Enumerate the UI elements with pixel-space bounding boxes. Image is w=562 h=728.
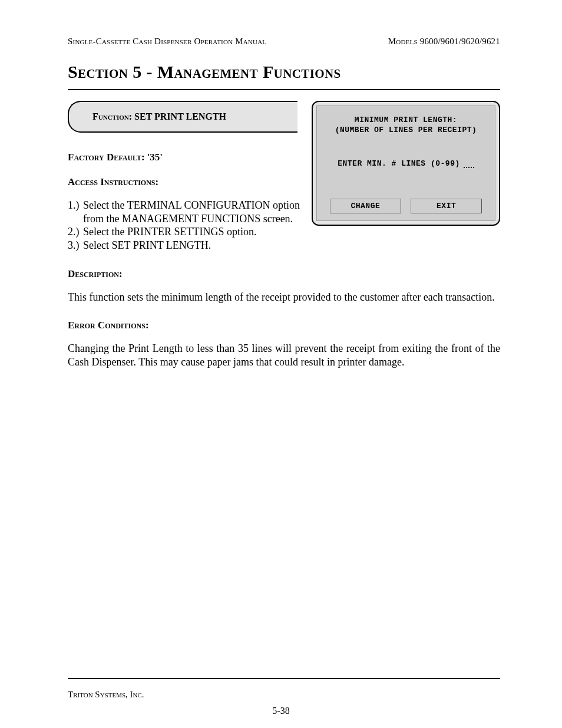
function-tab: Function: SET PRINT LENGTH xyxy=(68,101,297,133)
error-conditions-text: Changing the Print Length to less than 3… xyxy=(68,342,500,370)
content-row: Function: SET PRINT LENGTH Factory Defau… xyxy=(68,101,500,252)
footer-company: Triton Systems, Inc. xyxy=(68,690,500,700)
header-right: Models 9600/9601/9620/9621 xyxy=(388,37,500,47)
access-instructions-label: Access Instructions: xyxy=(68,176,158,187)
terminal-screen-frame: MINIMUM PRINT LENGTH: (NUMBER OF LINES P… xyxy=(312,101,500,226)
factory-default: Factory Default: '35' xyxy=(68,151,307,163)
terminal-screen: MINIMUM PRINT LENGTH: (NUMBER OF LINES P… xyxy=(316,106,495,221)
step-3-text: Select SET PRINT LENGTH. xyxy=(83,239,307,252)
right-column: MINIMUM PRINT LENGTH: (NUMBER OF LINES P… xyxy=(312,101,500,226)
left-column: Function: SET PRINT LENGTH Factory Defau… xyxy=(68,101,312,252)
screen-button-row: CHANGE EXIT xyxy=(322,199,490,213)
screen-title-line1: MINIMUM PRINT LENGTH: xyxy=(322,116,490,124)
step-1-text: Select the TERMINAL CONFIGURATION option… xyxy=(83,199,307,225)
screen-title-line2: (NUMBER OF LINES PER RECEIPT) xyxy=(322,126,490,134)
screen-input-prompt: ENTER MIN. # LINES (0-99) xyxy=(338,159,460,168)
footer-divider xyxy=(68,678,500,679)
screen-input-row: ENTER MIN. # LINES (0-99) xyxy=(322,159,490,168)
step-3: 3.) Select SET PRINT LENGTH. xyxy=(68,239,307,252)
change-button[interactable]: CHANGE xyxy=(330,199,401,213)
description-text: This function sets the minimum length of… xyxy=(68,291,500,304)
error-conditions-label: Error Conditions: xyxy=(68,319,500,331)
access-steps: 1.) Select the TERMINAL CONFIGURATION op… xyxy=(68,199,307,252)
manual-page: Single-Cassette Cash Dispenser Operation… xyxy=(0,0,562,728)
step-2-number: 2.) xyxy=(68,225,83,239)
step-2-text: Select the PRINTER SETTINGS option. xyxy=(83,225,307,239)
screen-input-slot[interactable] xyxy=(464,161,474,168)
function-tab-container: Function: SET PRINT LENGTH xyxy=(68,101,307,136)
page-footer: Triton Systems, Inc. xyxy=(68,678,500,700)
title-divider xyxy=(68,89,500,90)
exit-button[interactable]: EXIT xyxy=(411,199,482,213)
description-label: Description: xyxy=(68,268,500,280)
header-left: Single-Cassette Cash Dispenser Operation… xyxy=(68,37,266,47)
function-label: Function: xyxy=(92,111,132,121)
step-3-number: 3.) xyxy=(68,239,83,252)
step-1-number: 1.) xyxy=(68,199,83,225)
page-header: Single-Cassette Cash Dispenser Operation… xyxy=(68,37,500,47)
access-instructions-heading: Access Instructions: xyxy=(68,176,307,188)
section-title: Section 5 - Management Functions xyxy=(68,62,500,82)
step-2: 2.) Select the PRINTER SETTINGS option. xyxy=(68,225,307,239)
function-name: SET PRINT LENGTH xyxy=(134,111,226,121)
factory-default-label: Factory Default: xyxy=(68,151,145,163)
step-1: 1.) Select the TERMINAL CONFIGURATION op… xyxy=(68,199,307,225)
factory-default-value: '35' xyxy=(147,151,163,163)
page-number: 5-38 xyxy=(0,706,562,716)
